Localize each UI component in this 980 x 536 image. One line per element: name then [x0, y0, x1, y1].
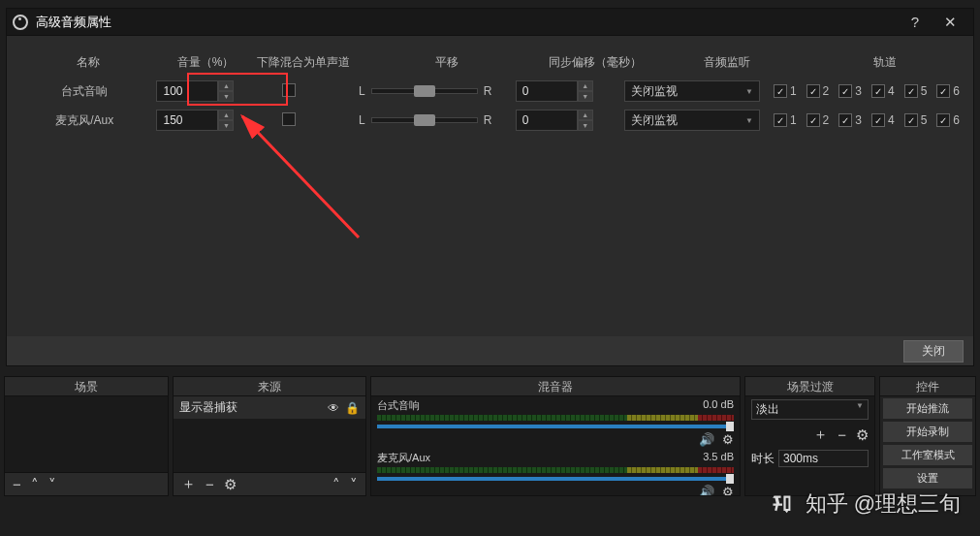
dialog-title: 高级音频属性 [36, 14, 898, 31]
mixer-db: 0.0 dB [703, 398, 734, 413]
sync-input[interactable] [516, 110, 578, 131]
row-name: 台式音响 [20, 83, 148, 100]
duration-label: 时长 [751, 451, 775, 467]
pan-r-label: R [484, 84, 492, 98]
track-3-checkbox[interactable] [838, 84, 852, 98]
obs-panels: 场景 − ˄ ˅ 来源 显示器捕获 👁 🔒 ＋ − ⚙ ˄ ˅ [0, 376, 980, 496]
speaker-icon[interactable]: 🔊 [699, 485, 714, 495]
plus-icon[interactable]: ＋ [813, 426, 828, 444]
volume-slider[interactable] [377, 425, 734, 428]
spin-down-icon[interactable]: ▼ [578, 120, 593, 131]
volume-input[interactable] [156, 80, 218, 102]
lock-icon[interactable]: 🔒 [345, 401, 360, 415]
track-6-checkbox[interactable] [936, 113, 950, 127]
track-1-checkbox[interactable] [774, 84, 787, 98]
minus-icon[interactable]: − [13, 476, 21, 492]
mixer-channel-desktop: 台式音响0.0 dB 🔊⚙ [371, 396, 740, 449]
hdr-downmix: 下降混合为单声道 [255, 54, 352, 71]
volume-spinner[interactable]: ▲▼ [156, 110, 234, 131]
downmix-checkbox[interactable] [282, 83, 296, 97]
volume-slider[interactable] [377, 477, 734, 481]
track-2-checkbox[interactable] [806, 113, 820, 127]
advanced-audio-dialog: 高级音频属性 ? ✕ 名称 音量（%） 下降混合为单声道 平移 同步偏移（毫秒）… [6, 8, 974, 366]
mixer-name: 台式音响 [377, 398, 420, 413]
sync-spinner[interactable]: ▲▼ [516, 80, 593, 102]
pan-l-label: L [359, 113, 365, 127]
sources-toolbar: ＋ − ⚙ ˄ ˅ [174, 472, 365, 495]
monitor-select[interactable]: 关闭监视▼ [624, 110, 760, 131]
spin-down-icon[interactable]: ▼ [218, 120, 234, 131]
panel-header: 混音器 [371, 377, 740, 396]
transition-select[interactable]: 淡出▼ [751, 399, 869, 420]
hdr-sync: 同步偏移（毫秒） [542, 54, 648, 71]
speaker-icon[interactable]: 🔊 [699, 432, 714, 447]
close-button[interactable]: 关闭 [903, 340, 964, 363]
plus-icon[interactable]: ＋ [181, 475, 196, 493]
chevron-down-icon[interactable]: ˅ [350, 476, 358, 493]
monitor-select[interactable]: 关闭监视▼ [624, 80, 760, 102]
start-stream-button[interactable]: 开始推流 [882, 397, 973, 420]
studio-mode-button[interactable]: 工作室模式 [882, 444, 973, 466]
obs-logo-icon [13, 15, 28, 30]
gear-icon[interactable]: ⚙ [224, 476, 237, 493]
track-4-checkbox[interactable] [871, 84, 885, 98]
sync-spinner[interactable]: ▲▼ [516, 110, 593, 131]
gear-icon[interactable]: ⚙ [722, 432, 734, 447]
watermark: 知乎 @理想三旬 [769, 489, 961, 519]
spin-up-icon[interactable]: ▲ [578, 110, 593, 120]
pan-slider[interactable] [371, 117, 478, 123]
close-x-button[interactable]: ✕ [933, 9, 967, 36]
pan-slider[interactable] [371, 88, 478, 94]
chevron-up-icon[interactable]: ˄ [332, 476, 340, 493]
minus-icon[interactable]: − [838, 426, 846, 443]
spin-up-icon[interactable]: ▲ [578, 80, 593, 91]
tracks-group: 1 2 3 4 5 6 [768, 84, 960, 98]
source-label: 显示器捕获 [179, 399, 237, 416]
gear-icon[interactable]: ⚙ [856, 426, 869, 444]
spin-up-icon[interactable]: ▲ [218, 80, 234, 91]
panel-header: 场景过渡 [745, 377, 874, 396]
hdr-volume: 音量（%） [164, 54, 247, 71]
help-button[interactable]: ? [898, 9, 933, 36]
scenes-list[interactable] [5, 396, 168, 472]
eye-icon[interactable]: 👁 [328, 401, 339, 415]
dialog-footer: 关闭 [7, 336, 973, 365]
downmix-checkbox[interactable] [282, 112, 296, 126]
chevron-down-icon[interactable]: ˅ [48, 476, 56, 493]
tracks-group: 1 2 3 4 5 6 [768, 113, 960, 127]
titlebar: 高级音频属性 ? ✕ [7, 9, 973, 36]
settings-button[interactable]: 设置 [882, 467, 973, 489]
vu-meter [377, 415, 734, 421]
track-4-checkbox[interactable] [871, 113, 885, 127]
audio-row-desktop: 台式音响 ▲▼ L R ▲▼ 关闭监视▼ [20, 77, 960, 106]
row-name: 麦克风/Aux [20, 112, 148, 129]
spin-up-icon[interactable]: ▲ [218, 110, 234, 120]
hdr-pan: 平移 [360, 54, 534, 71]
chevron-up-icon[interactable]: ˄ [31, 476, 39, 493]
mixer-channel-mic: 麦克风/Aux3.5 dB 🔊⚙ [371, 449, 740, 495]
minus-icon[interactable]: − [205, 476, 214, 492]
volume-spinner[interactable]: ▲▼ [156, 80, 234, 102]
pan-l-label: L [359, 84, 365, 98]
track-3-checkbox[interactable] [838, 113, 852, 127]
track-1-checkbox[interactable] [774, 113, 787, 127]
spin-down-icon[interactable]: ▼ [218, 91, 234, 102]
track-5-checkbox[interactable] [904, 84, 918, 98]
track-2-checkbox[interactable] [806, 84, 820, 98]
hdr-name: 名称 [20, 54, 156, 71]
scenes-panel: 场景 − ˄ ˅ [4, 376, 169, 496]
duration-input[interactable]: 300ms [778, 450, 869, 467]
controls-panel: 控件 开始推流 开始录制 工作室模式 设置 [879, 376, 976, 496]
vu-meter [377, 467, 734, 473]
track-5-checkbox[interactable] [904, 113, 918, 127]
track-6-checkbox[interactable] [936, 84, 950, 98]
volume-input[interactable] [156, 110, 218, 131]
gear-icon[interactable]: ⚙ [722, 485, 734, 495]
spin-down-icon[interactable]: ▼ [578, 91, 593, 102]
audio-row-mic: 麦克风/Aux ▲▼ L R ▲▼ 关闭监视▼ [20, 106, 960, 135]
sync-input[interactable] [516, 80, 578, 102]
hdr-tracks: 轨道 [805, 54, 960, 71]
transitions-panel: 场景过渡 淡出▼ ＋ − ⚙ 时长 300ms [744, 376, 875, 496]
source-item[interactable]: 显示器捕获 👁 🔒 [174, 396, 365, 419]
start-record-button[interactable]: 开始录制 [882, 421, 973, 443]
